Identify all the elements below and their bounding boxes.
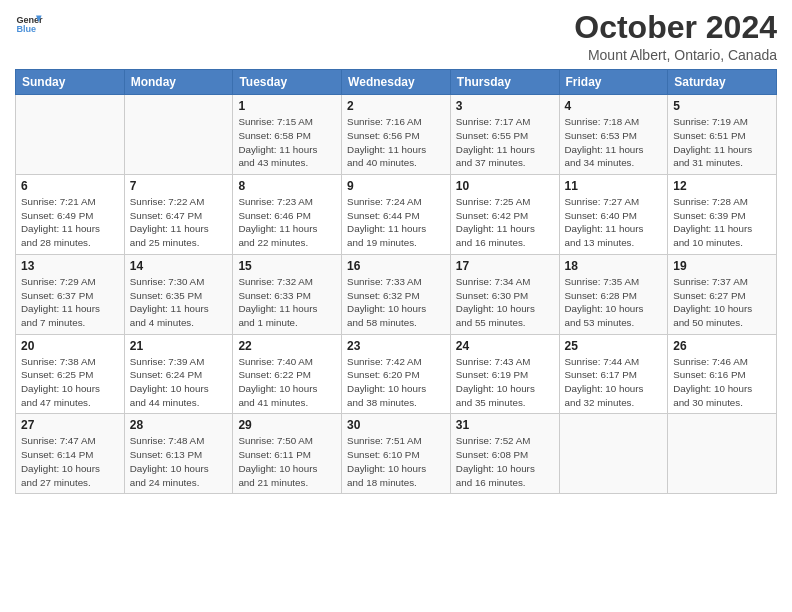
calendar-cell: 11Sunrise: 7:27 AMSunset: 6:40 PMDayligh… [559, 175, 668, 255]
calendar-week-row: 20Sunrise: 7:38 AMSunset: 6:25 PMDayligh… [16, 334, 777, 414]
day-info: Sunrise: 7:22 AMSunset: 6:47 PMDaylight:… [130, 195, 228, 250]
calendar-cell: 4Sunrise: 7:18 AMSunset: 6:53 PMDaylight… [559, 95, 668, 175]
weekday-header: Monday [124, 70, 233, 95]
calendar-cell: 5Sunrise: 7:19 AMSunset: 6:51 PMDaylight… [668, 95, 777, 175]
day-info: Sunrise: 7:21 AMSunset: 6:49 PMDaylight:… [21, 195, 119, 250]
day-number: 21 [130, 339, 228, 353]
day-number: 14 [130, 259, 228, 273]
calendar-cell: 8Sunrise: 7:23 AMSunset: 6:46 PMDaylight… [233, 175, 342, 255]
calendar-cell: 29Sunrise: 7:50 AMSunset: 6:11 PMDayligh… [233, 414, 342, 494]
calendar-cell: 26Sunrise: 7:46 AMSunset: 6:16 PMDayligh… [668, 334, 777, 414]
calendar-cell: 22Sunrise: 7:40 AMSunset: 6:22 PMDayligh… [233, 334, 342, 414]
day-number: 1 [238, 99, 336, 113]
day-number: 16 [347, 259, 445, 273]
logo: General Blue [15, 10, 43, 38]
day-number: 5 [673, 99, 771, 113]
day-number: 19 [673, 259, 771, 273]
day-info: Sunrise: 7:51 AMSunset: 6:10 PMDaylight:… [347, 434, 445, 489]
day-info: Sunrise: 7:18 AMSunset: 6:53 PMDaylight:… [565, 115, 663, 170]
calendar-week-row: 27Sunrise: 7:47 AMSunset: 6:14 PMDayligh… [16, 414, 777, 494]
day-info: Sunrise: 7:25 AMSunset: 6:42 PMDaylight:… [456, 195, 554, 250]
calendar-cell: 10Sunrise: 7:25 AMSunset: 6:42 PMDayligh… [450, 175, 559, 255]
calendar-cell [16, 95, 125, 175]
calendar-week-row: 13Sunrise: 7:29 AMSunset: 6:37 PMDayligh… [16, 254, 777, 334]
day-info: Sunrise: 7:35 AMSunset: 6:28 PMDaylight:… [565, 275, 663, 330]
day-info: Sunrise: 7:46 AMSunset: 6:16 PMDaylight:… [673, 355, 771, 410]
calendar-cell: 2Sunrise: 7:16 AMSunset: 6:56 PMDaylight… [342, 95, 451, 175]
weekday-header: Friday [559, 70, 668, 95]
calendar-cell: 24Sunrise: 7:43 AMSunset: 6:19 PMDayligh… [450, 334, 559, 414]
calendar-cell: 17Sunrise: 7:34 AMSunset: 6:30 PMDayligh… [450, 254, 559, 334]
page-header: General Blue October 2024 Mount Albert, … [15, 10, 777, 63]
calendar-week-row: 1Sunrise: 7:15 AMSunset: 6:58 PMDaylight… [16, 95, 777, 175]
day-info: Sunrise: 7:43 AMSunset: 6:19 PMDaylight:… [456, 355, 554, 410]
day-info: Sunrise: 7:39 AMSunset: 6:24 PMDaylight:… [130, 355, 228, 410]
day-info: Sunrise: 7:33 AMSunset: 6:32 PMDaylight:… [347, 275, 445, 330]
day-number: 3 [456, 99, 554, 113]
calendar-cell: 25Sunrise: 7:44 AMSunset: 6:17 PMDayligh… [559, 334, 668, 414]
calendar-week-row: 6Sunrise: 7:21 AMSunset: 6:49 PMDaylight… [16, 175, 777, 255]
calendar-cell: 20Sunrise: 7:38 AMSunset: 6:25 PMDayligh… [16, 334, 125, 414]
day-number: 22 [238, 339, 336, 353]
main-title: October 2024 [574, 10, 777, 45]
weekday-header: Sunday [16, 70, 125, 95]
calendar-cell: 16Sunrise: 7:33 AMSunset: 6:32 PMDayligh… [342, 254, 451, 334]
calendar-cell: 9Sunrise: 7:24 AMSunset: 6:44 PMDaylight… [342, 175, 451, 255]
day-info: Sunrise: 7:27 AMSunset: 6:40 PMDaylight:… [565, 195, 663, 250]
day-number: 13 [21, 259, 119, 273]
day-info: Sunrise: 7:48 AMSunset: 6:13 PMDaylight:… [130, 434, 228, 489]
day-info: Sunrise: 7:23 AMSunset: 6:46 PMDaylight:… [238, 195, 336, 250]
day-info: Sunrise: 7:32 AMSunset: 6:33 PMDaylight:… [238, 275, 336, 330]
day-info: Sunrise: 7:44 AMSunset: 6:17 PMDaylight:… [565, 355, 663, 410]
day-info: Sunrise: 7:47 AMSunset: 6:14 PMDaylight:… [21, 434, 119, 489]
weekday-header-row: SundayMondayTuesdayWednesdayThursdayFrid… [16, 70, 777, 95]
day-number: 10 [456, 179, 554, 193]
day-number: 18 [565, 259, 663, 273]
day-number: 7 [130, 179, 228, 193]
day-number: 9 [347, 179, 445, 193]
day-info: Sunrise: 7:15 AMSunset: 6:58 PMDaylight:… [238, 115, 336, 170]
day-info: Sunrise: 7:50 AMSunset: 6:11 PMDaylight:… [238, 434, 336, 489]
calendar-cell: 3Sunrise: 7:17 AMSunset: 6:55 PMDaylight… [450, 95, 559, 175]
calendar-cell: 1Sunrise: 7:15 AMSunset: 6:58 PMDaylight… [233, 95, 342, 175]
day-number: 2 [347, 99, 445, 113]
calendar-cell: 7Sunrise: 7:22 AMSunset: 6:47 PMDaylight… [124, 175, 233, 255]
day-info: Sunrise: 7:40 AMSunset: 6:22 PMDaylight:… [238, 355, 336, 410]
calendar-cell: 12Sunrise: 7:28 AMSunset: 6:39 PMDayligh… [668, 175, 777, 255]
weekday-header: Wednesday [342, 70, 451, 95]
calendar-cell [559, 414, 668, 494]
calendar-cell: 23Sunrise: 7:42 AMSunset: 6:20 PMDayligh… [342, 334, 451, 414]
calendar-cell: 6Sunrise: 7:21 AMSunset: 6:49 PMDaylight… [16, 175, 125, 255]
day-info: Sunrise: 7:16 AMSunset: 6:56 PMDaylight:… [347, 115, 445, 170]
weekday-header: Saturday [668, 70, 777, 95]
calendar-table: SundayMondayTuesdayWednesdayThursdayFrid… [15, 69, 777, 494]
calendar-cell [668, 414, 777, 494]
weekday-header: Tuesday [233, 70, 342, 95]
day-info: Sunrise: 7:34 AMSunset: 6:30 PMDaylight:… [456, 275, 554, 330]
subtitle: Mount Albert, Ontario, Canada [574, 47, 777, 63]
day-info: Sunrise: 7:37 AMSunset: 6:27 PMDaylight:… [673, 275, 771, 330]
day-number: 23 [347, 339, 445, 353]
day-number: 6 [21, 179, 119, 193]
day-number: 17 [456, 259, 554, 273]
day-info: Sunrise: 7:30 AMSunset: 6:35 PMDaylight:… [130, 275, 228, 330]
calendar-cell: 28Sunrise: 7:48 AMSunset: 6:13 PMDayligh… [124, 414, 233, 494]
day-number: 12 [673, 179, 771, 193]
logo-icon: General Blue [15, 10, 43, 38]
calendar-cell: 19Sunrise: 7:37 AMSunset: 6:27 PMDayligh… [668, 254, 777, 334]
day-info: Sunrise: 7:24 AMSunset: 6:44 PMDaylight:… [347, 195, 445, 250]
day-number: 4 [565, 99, 663, 113]
day-info: Sunrise: 7:17 AMSunset: 6:55 PMDaylight:… [456, 115, 554, 170]
day-number: 11 [565, 179, 663, 193]
day-info: Sunrise: 7:42 AMSunset: 6:20 PMDaylight:… [347, 355, 445, 410]
svg-text:Blue: Blue [16, 24, 36, 34]
day-info: Sunrise: 7:52 AMSunset: 6:08 PMDaylight:… [456, 434, 554, 489]
calendar-cell: 27Sunrise: 7:47 AMSunset: 6:14 PMDayligh… [16, 414, 125, 494]
day-number: 29 [238, 418, 336, 432]
weekday-header: Thursday [450, 70, 559, 95]
calendar-cell: 15Sunrise: 7:32 AMSunset: 6:33 PMDayligh… [233, 254, 342, 334]
calendar-cell: 13Sunrise: 7:29 AMSunset: 6:37 PMDayligh… [16, 254, 125, 334]
day-number: 15 [238, 259, 336, 273]
day-number: 28 [130, 418, 228, 432]
calendar-cell: 21Sunrise: 7:39 AMSunset: 6:24 PMDayligh… [124, 334, 233, 414]
